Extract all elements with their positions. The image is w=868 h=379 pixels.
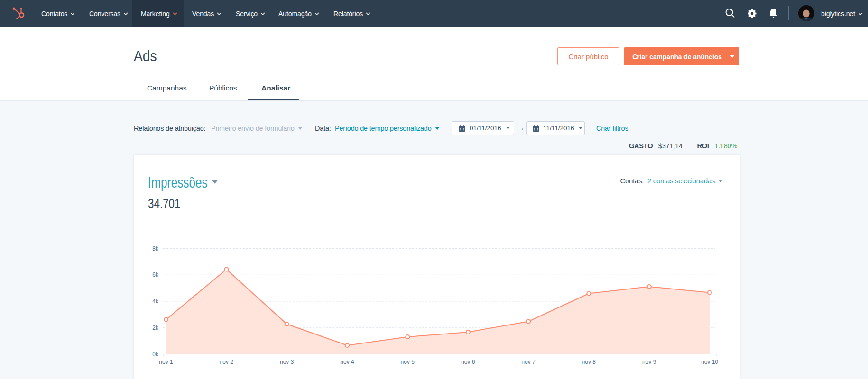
svg-text:nov 5: nov 5 [401,359,415,365]
svg-text:4k: 4k [152,298,159,305]
svg-text:nov 2: nov 2 [220,359,234,365]
svg-text:nov 4: nov 4 [340,359,354,365]
svg-text:nov 8: nov 8 [582,359,596,365]
svg-text:6k: 6k [152,271,159,278]
svg-text:8k: 8k [152,245,159,252]
svg-text:nov 7: nov 7 [521,359,536,365]
svg-text:nov 6: nov 6 [461,359,475,365]
svg-text:0k: 0k [152,351,159,358]
svg-text:nov 10: nov 10 [701,359,718,365]
svg-text:nov 3: nov 3 [280,359,294,365]
svg-text:2k: 2k [152,325,159,331]
svg-text:nov 1: nov 1 [159,359,173,365]
svg-text:nov 9: nov 9 [642,359,656,365]
